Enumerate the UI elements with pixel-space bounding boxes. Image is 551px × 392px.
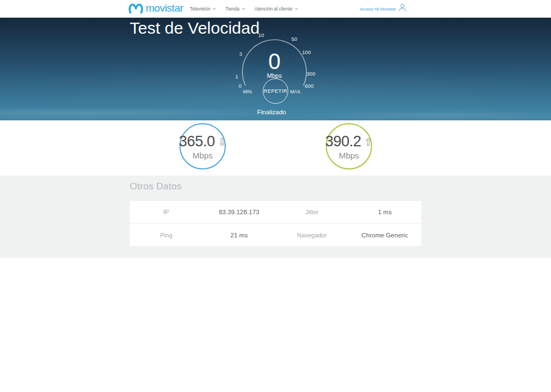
header: movistar Televisión Tienda Atención al c…: [0, 0, 551, 18]
ip-value: 83.39.128.173: [203, 209, 276, 215]
download-speed-unit: Mbps: [193, 151, 213, 160]
jitter-value: 1 ms: [348, 209, 421, 215]
table-row: IP 83.39.128.173 Jitter 1 ms: [130, 201, 421, 224]
chevron-down-icon: [295, 7, 298, 10]
ip-label: IP: [130, 209, 203, 215]
other-data-table: IP 83.39.128.173 Jitter 1 ms Ping 21 ms …: [130, 201, 421, 246]
upload-arrow-icon: ⇧: [364, 136, 373, 149]
movistar-logo-text: movistar: [146, 2, 183, 14]
gauge-max-label: MAX.: [290, 89, 302, 94]
account-login-label: Acceso Mi Movistar: [360, 7, 396, 12]
gauge-tick-0: 0: [239, 83, 241, 89]
upload-result-circle: 390.2 ⇧ Mbps: [326, 123, 372, 169]
gauge-tick-600: 600: [305, 83, 314, 89]
gauge-value-number: 0: [241, 50, 308, 72]
navegador-value: Chrome Generic: [348, 232, 421, 239]
navegador-label: Navegador: [276, 232, 348, 239]
gauge-tick-300: 300: [306, 71, 315, 77]
results-section: 365.0 ⇩ Mbps 390.2 ⇧ Mbps: [0, 120, 551, 176]
repeat-test-button[interactable]: REPETIR: [263, 78, 288, 104]
ping-label: Ping: [130, 232, 203, 239]
chevron-down-icon: [213, 7, 216, 10]
gauge-tick-10: 10: [258, 32, 264, 38]
user-icon: [398, 3, 407, 14]
movistar-logo[interactable]: movistar: [128, 2, 183, 15]
nav-item-tienda[interactable]: Tienda: [225, 6, 245, 12]
other-data-title: Otros Datos: [130, 176, 421, 192]
download-speed-value: 365.0: [179, 133, 215, 150]
main-nav: Televisión Tienda Atención al cliente: [190, 6, 298, 12]
nav-item-atencion-cliente[interactable]: Atención al cliente: [255, 6, 298, 12]
download-arrow-icon: ⇩: [218, 136, 226, 149]
nav-item-television[interactable]: Televisión: [190, 6, 215, 12]
speed-test-hero: Test de Velocidad 0 1 3 10 50 100 300 60…: [0, 18, 551, 120]
gauge-min-label: MIN.: [243, 89, 253, 94]
other-data-section: Otros Datos IP 83.39.128.173 Jitter 1 ms…: [0, 176, 551, 258]
upload-speed-value: 390.2: [325, 133, 361, 150]
movistar-m-icon: [128, 2, 144, 15]
gauge-current-value: 0 Mbps: [241, 50, 308, 79]
account-login-link[interactable]: Acceso Mi Movistar: [360, 3, 407, 14]
test-status-text: Finalizado: [257, 109, 286, 115]
chevron-down-icon: [242, 7, 245, 10]
gauge-tick-1: 1: [235, 73, 238, 80]
empty-footer-area: [0, 258, 551, 392]
ping-value: 21 ms: [203, 232, 276, 239]
download-result-circle: 365.0 ⇩ Mbps: [179, 123, 226, 169]
page-title: Test de Velocidad: [130, 19, 259, 38]
gauge-tick-50: 50: [292, 36, 298, 42]
table-row: Ping 21 ms Navegador Chrome Generic: [130, 224, 421, 246]
jitter-label: Jitter: [276, 209, 348, 215]
upload-speed-unit: Mbps: [339, 151, 359, 160]
